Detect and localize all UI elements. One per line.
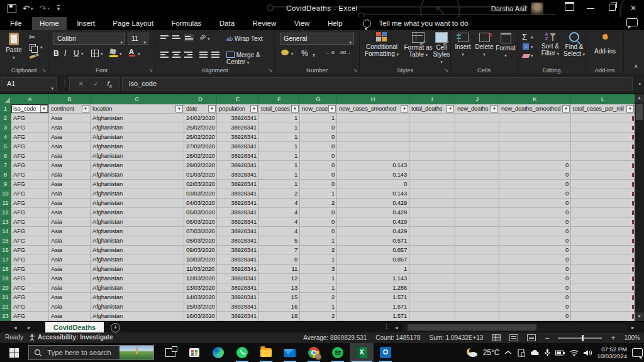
hidden-icons-chevron[interactable]	[504, 350, 512, 355]
column-letter-A[interactable]: A	[11, 94, 49, 104]
cell-B6[interactable]: Asia	[49, 151, 91, 161]
align-left-icon[interactable]	[160, 50, 169, 59]
cell-E22[interactable]: 38928341	[217, 302, 259, 312]
cell-K5[interactable]	[499, 142, 571, 151]
cell-D9[interactable]: 02/03/2020	[184, 180, 217, 189]
cell-L2[interactable]	[571, 114, 635, 123]
cell-L14[interactable]	[571, 227, 635, 236]
cell-K18[interactable]: 0	[499, 265, 571, 274]
zoom-level[interactable]: 100%	[624, 334, 640, 341]
cell-K21[interactable]: 0	[499, 293, 571, 302]
row-number-21[interactable]: 21	[0, 293, 11, 302]
cell-G9[interactable]: 0	[300, 180, 337, 189]
cell-E5[interactable]: 38928341	[217, 142, 259, 151]
cell-H12[interactable]: 0.429	[337, 208, 409, 217]
name-box[interactable]: A1 ▾	[1, 77, 57, 90]
cell-L12[interactable]	[571, 208, 635, 217]
cell-L13[interactable]	[571, 217, 635, 227]
cell-J3[interactable]	[455, 123, 499, 133]
cell-F21[interactable]: 15	[259, 293, 300, 302]
cell-C9[interactable]: Afghanistan	[91, 180, 184, 189]
weather-icon[interactable]	[465, 347, 478, 358]
cell-F17[interactable]: 8	[259, 255, 300, 265]
font-color-icon[interactable]: A	[129, 48, 134, 55]
scroll-up-icon[interactable]: ▲	[635, 94, 644, 102]
cell-G6[interactable]: 0	[300, 151, 337, 161]
filter-button[interactable]: ▾	[562, 105, 570, 112]
file-explorer-button[interactable]	[254, 343, 278, 362]
cell-I3[interactable]	[409, 123, 455, 133]
filter-button[interactable]: ▾	[401, 105, 408, 112]
cell-D22[interactable]: 15/03/2020	[184, 302, 217, 312]
cell-F7[interactable]: 1	[259, 161, 300, 170]
cell-D10[interactable]: 03/03/2020	[184, 189, 217, 199]
cell-A15[interactable]: AFG	[11, 236, 49, 246]
cell-B13[interactable]: Asia	[49, 217, 91, 227]
cell-E17[interactable]: 38928341	[217, 255, 259, 265]
cell-E20[interactable]: 38928341	[217, 283, 259, 293]
align-bottom-icon[interactable]	[184, 34, 194, 41]
sheet-nav-right-icon[interactable]: ▸	[28, 322, 31, 333]
cell-J16[interactable]	[455, 246, 499, 255]
cell-K22[interactable]: 0	[499, 302, 571, 312]
row-number-14[interactable]: 14	[0, 227, 11, 236]
cell-D4[interactable]: 26/02/2020	[184, 133, 217, 142]
font-dialog-launcher[interactable]: ↘	[148, 68, 153, 73]
cell-C17[interactable]: Afghanistan	[91, 255, 184, 265]
cell-F8[interactable]: 1	[259, 170, 300, 180]
cell-D20[interactable]: 13/03/2020	[184, 283, 217, 293]
cell-D3[interactable]: 25/02/2020	[184, 123, 217, 133]
decrease-indent-icon[interactable]	[199, 50, 208, 59]
cell-C7[interactable]: Afghanistan	[91, 161, 184, 170]
increase-indent-icon[interactable]	[211, 50, 219, 59]
cell-I20[interactable]	[409, 283, 455, 293]
column-letter-C[interactable]: C	[91, 94, 184, 104]
cell-C21[interactable]: Afghanistan	[91, 293, 184, 302]
cell-G19[interactable]: 1	[300, 274, 337, 283]
row-number-7[interactable]: 7	[0, 161, 11, 170]
number-format-combo[interactable]: General▾	[280, 33, 354, 45]
fill-color-icon[interactable]	[109, 49, 118, 57]
cell-G2[interactable]: 1	[300, 114, 337, 123]
cell-K6[interactable]	[499, 151, 571, 161]
avatar[interactable]	[531, 3, 543, 15]
cell-I4[interactable]	[409, 133, 455, 142]
cell-A3[interactable]: AFG	[11, 123, 49, 133]
cell-E3[interactable]: 38928341	[217, 123, 259, 133]
new-sheet-button[interactable]: +	[111, 323, 120, 332]
cell-G21[interactable]: 2	[300, 293, 337, 302]
find-select-button[interactable]: Find & Select ▾	[563, 32, 586, 58]
cell-L15[interactable]	[571, 236, 635, 246]
row-number-8[interactable]: 8	[0, 170, 11, 180]
cell-F12[interactable]: 4	[259, 208, 300, 217]
clear-icon[interactable]	[522, 54, 531, 58]
filter-button[interactable]: ▾	[40, 105, 48, 112]
align-middle-icon[interactable]	[172, 34, 180, 40]
cell-B17[interactable]: Asia	[49, 255, 91, 265]
header-cell-J1[interactable]: new_deaths▾	[455, 104, 499, 114]
cell-C22[interactable]: Afghanistan	[91, 302, 184, 312]
row-number-13[interactable]: 13	[0, 217, 11, 227]
cell-A18[interactable]: AFG	[11, 265, 49, 274]
cell-D2[interactable]: 24/02/2020	[184, 114, 217, 123]
cell-A17[interactable]: AFG	[11, 255, 49, 265]
cell-E21[interactable]: 38928341	[217, 293, 259, 302]
cell-A16[interactable]: AFG	[11, 246, 49, 255]
microphone-icon[interactable]	[545, 349, 550, 357]
cell-K19[interactable]: 0	[499, 274, 571, 283]
cell-D7[interactable]: 29/02/2020	[184, 161, 217, 170]
cell-A21[interactable]: AFG	[11, 293, 49, 302]
cell-C20[interactable]: Afghanistan	[91, 283, 184, 293]
alignment-dialog-launcher[interactable]: ↘	[268, 68, 272, 73]
minimize-button[interactable]: —	[580, 0, 601, 17]
cell-E14[interactable]: 38928341	[217, 227, 259, 236]
onedrive-icon[interactable]	[530, 349, 540, 356]
cell-C3[interactable]: Afghanistan	[91, 123, 184, 133]
cell-A12[interactable]: AFG	[11, 208, 49, 217]
cell-B8[interactable]: Asia	[49, 170, 91, 180]
cell-C19[interactable]: Afghanistan	[91, 274, 184, 283]
format-cells-button[interactable]: Format▾	[495, 33, 516, 59]
cell-I2[interactable]	[409, 114, 455, 123]
accessibility-status[interactable]: Accessibility: Investigate	[29, 334, 113, 341]
underline-dropdown-arrow[interactable]: ▾	[81, 52, 84, 57]
